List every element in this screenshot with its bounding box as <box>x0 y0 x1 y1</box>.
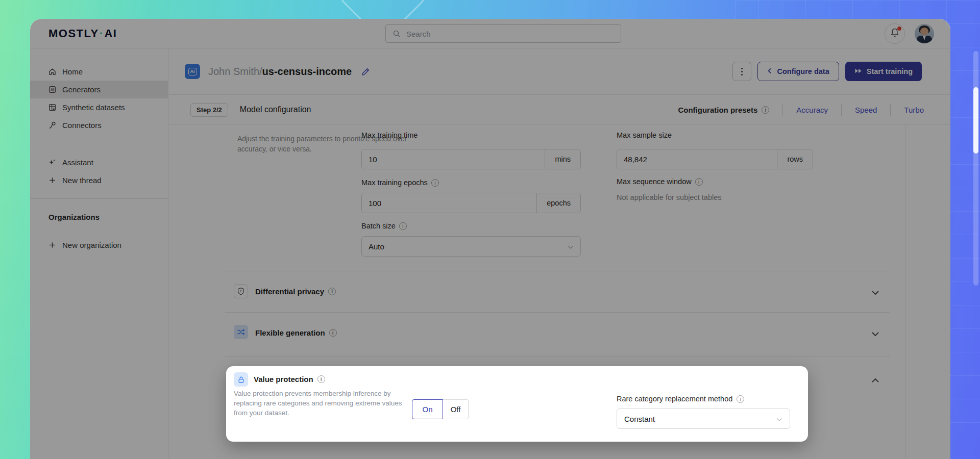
chevron-down-icon <box>776 415 782 423</box>
rare-category-label-text: Rare category replacement method <box>617 395 732 403</box>
info-icon[interactable]: i <box>737 395 744 403</box>
rare-category-method-select[interactable]: Constant <box>617 409 790 429</box>
toggle-off-button[interactable]: Off <box>443 399 469 419</box>
lock-icon <box>234 372 248 387</box>
app-window: MOSTLY·AI Home AI Generators <box>30 19 950 459</box>
value-protection-card: Value protection i Value protection prev… <box>226 366 808 442</box>
value-protection-description: Value protection prevents membership inf… <box>234 389 411 418</box>
rare-category-method-value: Constant <box>624 415 655 423</box>
value-protection-title-text: Value protection <box>254 375 313 384</box>
scrollbar-track <box>973 51 978 286</box>
page-scrollbar[interactable] <box>973 51 978 286</box>
scrollbar-thumb[interactable] <box>973 87 978 154</box>
rare-category-method-label: Rare category replacement method i <box>617 395 744 403</box>
toggle-on-button[interactable]: On <box>412 399 443 419</box>
value-protection-title: Value protection i <box>254 375 325 384</box>
info-icon[interactable]: i <box>317 375 325 383</box>
value-protection-toggle: On Off <box>412 399 469 419</box>
